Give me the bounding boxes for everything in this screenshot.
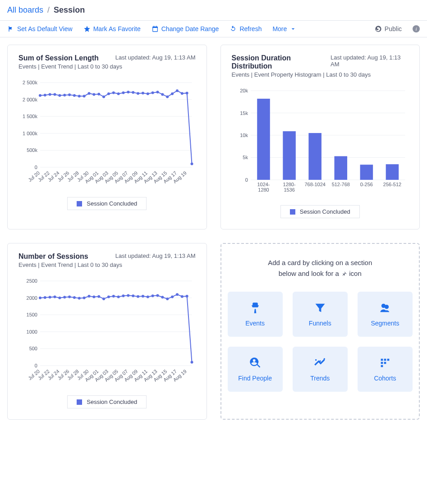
svg-text:2500: 2500 <box>27 278 37 284</box>
breadcrumb-all-boards[interactable]: All boards <box>7 5 43 14</box>
card-subtitle: Events | Event Trend | Last 0 to 30 days <box>18 261 196 268</box>
svg-point-117 <box>142 295 144 298</box>
add-card-placeholder: Add a card by clicking on a section belo… <box>220 243 420 420</box>
more-label: More <box>272 25 287 32</box>
svg-point-36 <box>156 91 159 93</box>
card-updated: Last updated: Aug 19, 1:13 AM <box>115 252 196 259</box>
svg-text:500: 500 <box>29 346 37 351</box>
svg-point-26 <box>107 92 110 95</box>
svg-point-27 <box>112 92 115 94</box>
segments-icon <box>379 302 391 314</box>
svg-point-37 <box>161 93 164 96</box>
add-segments-card[interactable]: Segments <box>358 292 413 337</box>
add-funnels-card[interactable]: Funnels <box>293 292 348 337</box>
placeholder-text: Add a card by clicking on a section belo… <box>228 257 413 279</box>
svg-point-103 <box>73 296 76 299</box>
add-find-people-card[interactable]: Find People <box>228 347 283 392</box>
legend-label: Session Concluded <box>87 399 137 405</box>
svg-point-17 <box>63 94 66 96</box>
breadcrumb: All boards / Session <box>7 5 420 15</box>
refresh-label: Refresh <box>239 25 262 32</box>
header: All boards / Session <box>0 0 427 20</box>
svg-point-102 <box>68 295 71 298</box>
svg-point-25 <box>102 96 105 98</box>
add-cohorts-card[interactable]: Cohorts <box>358 347 413 392</box>
public-label: Public <box>385 25 402 32</box>
toolbar: Set As Default View Mark As Favorite Cha… <box>0 20 427 37</box>
svg-text:256-512: 256-512 <box>383 182 401 187</box>
svg-point-127 <box>191 361 193 363</box>
svg-point-96 <box>39 297 41 299</box>
set-default-label: Set As Default View <box>17 25 73 32</box>
change-date-range-button[interactable]: Change Date Range <box>152 25 219 32</box>
svg-point-22 <box>88 92 91 95</box>
svg-point-29 <box>122 92 125 94</box>
svg-text:512-768: 512-768 <box>331 182 349 187</box>
events-icon <box>249 302 262 314</box>
svg-point-126 <box>186 295 188 298</box>
legend-label: Session Concluded <box>87 200 137 207</box>
card-session-duration-dist[interactable]: Session Duration Distribution Last updat… <box>220 45 420 229</box>
refresh-button[interactable]: Refresh <box>230 25 262 32</box>
svg-point-114 <box>127 294 129 297</box>
breadcrumb-current: Session <box>54 5 85 14</box>
cohorts-label: Cohorts <box>374 375 396 382</box>
svg-point-35 <box>152 92 154 94</box>
svg-point-20 <box>78 95 81 97</box>
svg-text:0: 0 <box>245 177 248 183</box>
add-trends-card[interactable]: Trends <box>293 347 348 392</box>
legend: Session Concluded <box>280 205 360 218</box>
svg-point-125 <box>181 295 184 298</box>
card-number-sessions[interactable]: Number of Sessions Last updated: Aug 19,… <box>7 243 207 420</box>
svg-text:1280: 1280 <box>258 187 269 192</box>
svg-point-97 <box>44 296 46 299</box>
trends-label: Trends <box>310 375 330 382</box>
svg-point-41 <box>181 92 184 95</box>
set-default-view-button[interactable]: Set As Default View <box>7 25 73 32</box>
card-subtitle: Events | Event Property Histogram | Last… <box>232 71 409 78</box>
svg-point-98 <box>49 296 51 298</box>
pin-icon <box>341 271 347 277</box>
public-button[interactable]: Public <box>375 25 402 32</box>
mark-favorite-button[interactable]: Mark As Favorite <box>83 25 141 32</box>
more-button[interactable]: More <box>272 25 297 32</box>
svg-point-100 <box>58 297 61 299</box>
info-icon[interactable]: i <box>413 25 420 32</box>
add-events-card[interactable]: Events <box>228 292 283 337</box>
legend: Session Concluded <box>67 197 147 210</box>
cohorts-icon <box>379 357 391 369</box>
card-title: Sum of Session Length <box>18 54 99 62</box>
svg-text:20k: 20k <box>240 88 248 93</box>
svg-point-39 <box>171 92 174 95</box>
svg-rect-71 <box>283 131 296 180</box>
svg-point-104 <box>78 297 81 299</box>
star-icon <box>83 25 91 32</box>
svg-point-105 <box>83 297 86 299</box>
svg-point-115 <box>132 294 134 297</box>
svg-point-38 <box>166 96 169 98</box>
svg-point-101 <box>63 296 66 298</box>
refresh-icon <box>230 25 237 32</box>
card-subtitle: Events | Event Trend | Last 0 to 30 days <box>18 63 196 70</box>
svg-point-120 <box>156 294 159 297</box>
svg-point-108 <box>97 295 100 298</box>
svg-text:10k: 10k <box>240 133 248 138</box>
legend-swatch <box>77 201 82 206</box>
card-sum-session-length[interactable]: Sum of Session Length Last updated: Aug … <box>7 45 207 229</box>
svg-point-121 <box>161 296 164 298</box>
svg-point-124 <box>176 293 179 296</box>
svg-point-110 <box>107 295 110 298</box>
svg-point-112 <box>117 295 120 298</box>
svg-point-14 <box>49 93 51 96</box>
svg-point-118 <box>147 295 149 298</box>
svg-point-31 <box>132 91 134 94</box>
svg-point-30 <box>127 91 129 93</box>
funnels-label: Funnels <box>309 320 331 327</box>
svg-point-15 <box>54 93 56 96</box>
svg-text:1536: 1536 <box>284 187 294 192</box>
svg-rect-72 <box>308 133 321 180</box>
svg-point-40 <box>176 89 179 92</box>
svg-text:0-256: 0-256 <box>360 182 372 187</box>
svg-text:2 000k: 2 000k <box>23 97 37 102</box>
dashboard: Sum of Session Length Last updated: Aug … <box>0 37 427 427</box>
